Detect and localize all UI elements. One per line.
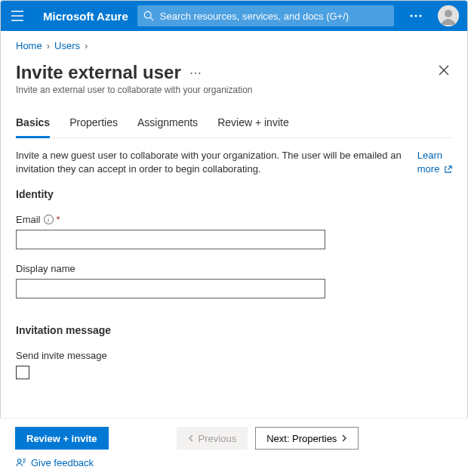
page-body: Home › Users › Invite external user ⋯ In…	[1, 31, 467, 379]
page-subtitle: Invite an external user to collaborate w…	[16, 85, 253, 95]
section-identity: Identity	[16, 188, 452, 200]
page-title: Invite external user	[16, 62, 181, 82]
review-invite-button[interactable]: Review + invite	[15, 427, 109, 450]
title-block: Invite external user ⋯ Invite an externa…	[16, 62, 253, 95]
tab-bar: Basics Properties Assignments Review + i…	[16, 112, 452, 138]
required-marker: *	[57, 214, 60, 225]
breadcrumb-home[interactable]: Home	[16, 40, 42, 51]
chevron-left-icon	[188, 434, 194, 442]
search-placeholder: Search resources, services, and docs (G+…	[160, 11, 349, 22]
svg-point-3	[414, 14, 417, 17]
hamburger-icon	[11, 11, 23, 21]
chevron-right-icon: ›	[47, 40, 50, 51]
next-button[interactable]: Next: Properties	[255, 427, 359, 450]
close-button[interactable]	[436, 62, 452, 81]
tab-properties[interactable]: Properties	[69, 112, 118, 138]
svg-point-6	[445, 10, 452, 17]
tab-review-invite[interactable]: Review + invite	[217, 112, 289, 138]
feedback-icon	[15, 457, 26, 468]
global-search[interactable]: Search resources, services, and docs (G+…	[137, 5, 394, 26]
learn-more-link[interactable]: Learn more	[417, 149, 452, 176]
chevron-right-icon: ›	[85, 40, 88, 51]
email-label: Email i *	[16, 214, 452, 225]
email-input[interactable]	[16, 230, 325, 249]
close-icon	[439, 65, 449, 76]
svg-point-4	[419, 14, 421, 17]
more-actions[interactable]	[403, 1, 429, 31]
title-more-button[interactable]: ⋯	[189, 66, 202, 79]
svg-line-1	[150, 17, 153, 20]
external-link-icon	[444, 165, 452, 174]
previous-button: Previous	[177, 427, 248, 450]
tab-basics[interactable]: Basics	[16, 112, 50, 138]
svg-point-0	[144, 11, 151, 18]
chevron-right-icon	[341, 434, 347, 442]
breadcrumb-users[interactable]: Users	[54, 40, 80, 51]
user-avatar[interactable]	[438, 5, 459, 26]
avatar-icon	[438, 5, 459, 26]
top-bar: Microsoft Azure Search resources, servic…	[1, 1, 467, 31]
hamburger-menu[interactable]	[1, 1, 34, 31]
footer-bar: Review + invite Previous Next: Propertie…	[0, 418, 468, 476]
svg-point-7	[17, 459, 21, 462]
send-invite-label: Send invite message	[16, 350, 452, 361]
breadcrumb: Home › Users ›	[16, 40, 452, 51]
give-feedback-link[interactable]: Give feedback	[15, 457, 453, 468]
ellipsis-icon	[410, 14, 422, 17]
search-icon	[143, 11, 154, 21]
display-name-input[interactable]	[16, 279, 325, 298]
info-icon[interactable]: i	[44, 215, 54, 224]
section-invitation: Invitation message	[16, 324, 452, 336]
brand-label: Microsoft Azure	[43, 10, 128, 23]
tab-assignments[interactable]: Assignments	[137, 112, 198, 138]
send-invite-checkbox[interactable]	[16, 366, 29, 379]
intro-text: Invite a new guest user to collaborate w…	[16, 149, 402, 176]
svg-point-2	[410, 14, 412, 17]
display-name-label: Display name	[16, 263, 452, 274]
